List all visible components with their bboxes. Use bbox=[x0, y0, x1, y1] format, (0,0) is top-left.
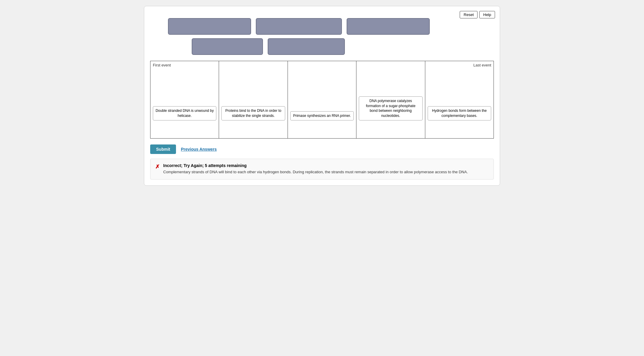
drag-row-2 bbox=[150, 38, 494, 55]
drag-item-e[interactable] bbox=[268, 38, 345, 55]
main-container: Reset Help First event Double stranded D… bbox=[144, 6, 500, 186]
ordering-col-5[interactable]: Last event Hydrogen bonds form between t… bbox=[425, 61, 494, 138]
top-buttons: Reset Help bbox=[460, 11, 495, 18]
bottom-action-area: Submit Previous Answers bbox=[150, 144, 494, 154]
ordering-col-1[interactable]: First event Double stranded DNA is unwou… bbox=[150, 61, 219, 138]
ordering-col-4[interactable]: DNA polymerase catalyzes formation of a … bbox=[356, 61, 425, 138]
drag-item-b[interactable] bbox=[256, 18, 342, 35]
previous-answers-link[interactable]: Previous Answers bbox=[181, 147, 217, 152]
placed-item-1[interactable]: Double stranded DNA is unwound by helica… bbox=[153, 106, 216, 120]
first-event-label: First event bbox=[153, 63, 171, 67]
drag-item-d[interactable] bbox=[192, 38, 263, 55]
ordering-col-3[interactable]: Primase synthesizes an RNA primer. bbox=[288, 61, 356, 138]
placed-item-2[interactable]: Proteins bind to the DNA in order to sta… bbox=[221, 106, 285, 120]
ordering-table: First event Double stranded DNA is unwou… bbox=[150, 61, 494, 139]
feedback-content: Incorrect; Try Again; 5 attempts remaini… bbox=[163, 163, 468, 175]
incorrect-icon: ✗ bbox=[155, 163, 160, 170]
last-event-label: Last event bbox=[473, 63, 491, 67]
submit-button[interactable]: Submit bbox=[150, 144, 176, 154]
drag-item-c[interactable] bbox=[347, 18, 430, 35]
placed-item-4[interactable]: DNA polymerase catalyzes formation of a … bbox=[359, 96, 422, 120]
help-button[interactable]: Help bbox=[479, 11, 495, 18]
reset-button[interactable]: Reset bbox=[460, 11, 478, 18]
feedback-box: ✗ Incorrect; Try Again; 5 attempts remai… bbox=[150, 159, 494, 179]
drag-items-area bbox=[150, 18, 494, 55]
placed-item-3[interactable]: Primase synthesizes an RNA primer. bbox=[290, 111, 354, 120]
drag-row-1 bbox=[150, 18, 494, 35]
feedback-text: Complementary strands of DNA will bind t… bbox=[163, 169, 468, 175]
drag-item-a[interactable] bbox=[168, 18, 251, 35]
feedback-title: Incorrect; Try Again; 5 attempts remaini… bbox=[163, 163, 468, 168]
placed-item-5[interactable]: Hydrogen bonds form between the compleme… bbox=[428, 106, 491, 120]
ordering-col-2[interactable]: Proteins bind to the DNA in order to sta… bbox=[219, 61, 288, 138]
